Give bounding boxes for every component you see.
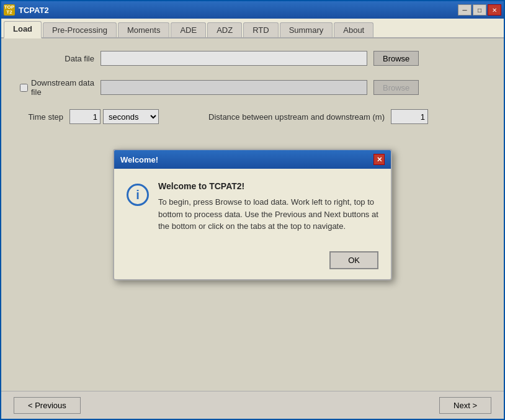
tab-adz[interactable]: ADZ (207, 22, 242, 37)
bottom-bar: < Previous Next > (1, 391, 504, 419)
tab-ade[interactable]: ADE (171, 22, 206, 37)
tab-load[interactable]: Load (4, 21, 42, 38)
app-icon: TOPT2 (4, 4, 15, 16)
dialog-close-button[interactable]: ✕ (373, 154, 385, 165)
window-controls: ─ □ ✕ (458, 4, 501, 16)
info-icon: i (127, 184, 149, 206)
minimize-button[interactable]: ─ (458, 4, 471, 16)
dialog-body: i Welcome to TCPAT2! To begin, press Bro… (114, 169, 391, 245)
dialog-title-bar: Welcome! ✕ (114, 150, 391, 169)
dialog-message: To begin, press Browse to load data. Wor… (158, 196, 378, 233)
dialog-content: Welcome to TCPAT2! To begin, press Brows… (158, 181, 378, 233)
window-title: TCPAT2 (19, 6, 458, 15)
title-bar: TOPT2 TCPAT2 ─ □ ✕ (1, 1, 504, 19)
tab-rtd[interactable]: RTD (243, 22, 278, 37)
welcome-dialog: Welcome! ✕ i Welcome to TCPAT2! To begin… (113, 149, 392, 280)
dialog-title: Welcome! (120, 155, 158, 164)
main-window: TOPT2 TCPAT2 ─ □ ✕ Load Pre-Processing M… (0, 0, 505, 420)
maximize-button[interactable]: □ (473, 4, 486, 16)
tab-preprocessing[interactable]: Pre-Processing (43, 22, 117, 37)
tab-summary[interactable]: Summary (280, 22, 333, 37)
close-button[interactable]: ✕ (488, 4, 501, 16)
next-button[interactable]: Next > (439, 397, 491, 414)
tab-bar: Load Pre-Processing Moments ADE ADZ RTD … (1, 19, 504, 38)
tab-about[interactable]: About (334, 22, 373, 37)
dialog-heading: Welcome to TCPAT2! (158, 181, 378, 191)
previous-button[interactable]: < Previous (14, 397, 81, 414)
tab-moments[interactable]: Moments (118, 22, 169, 37)
dialog-footer: OK (114, 245, 391, 279)
main-content: Data file Browse Downstream data file Br… (1, 38, 504, 391)
ok-button[interactable]: OK (329, 251, 378, 269)
modal-overlay: Welcome! ✕ i Welcome to TCPAT2! To begin… (1, 38, 504, 391)
